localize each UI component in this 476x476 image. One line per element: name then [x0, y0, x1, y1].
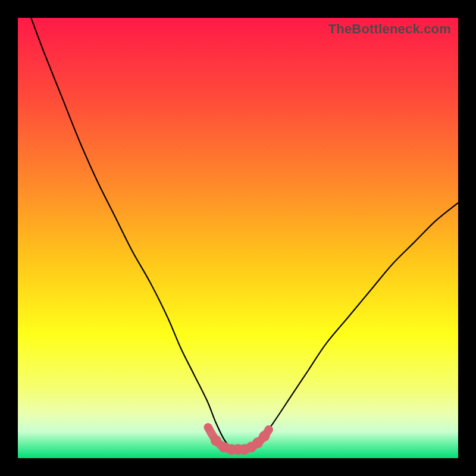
watermark-text: TheBottleneck.com [328, 21, 451, 37]
valley-dot [265, 425, 273, 434]
bottleneck-chart [18, 18, 458, 458]
plot-area: TheBottleneck.com [18, 18, 458, 458]
gradient-background [18, 18, 458, 458]
valley-dot [204, 423, 212, 431]
